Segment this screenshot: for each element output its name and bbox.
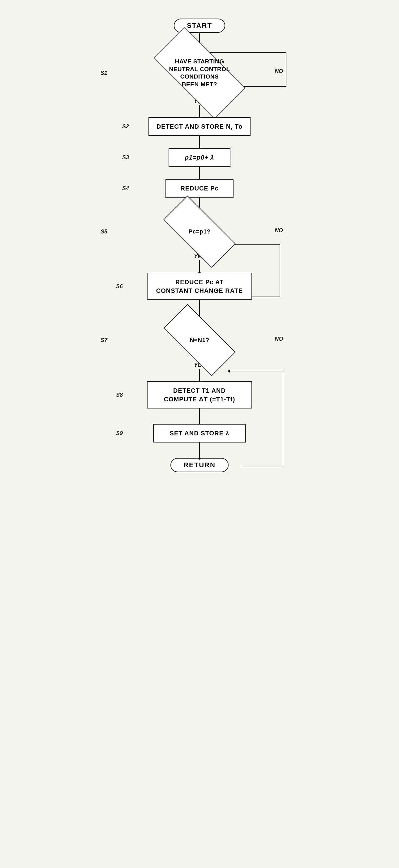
s9-rect: SET AND STORE λ: [153, 424, 246, 442]
svg-marker-11: [227, 370, 230, 373]
s4-text: REDUCE Pc: [180, 185, 218, 192]
s4-rect: REDUCE Pc: [165, 179, 234, 197]
s7-row: S7 N=N1? NO: [91, 318, 308, 362]
s3-label: S3: [122, 154, 129, 161]
s9-text: SET AND STORE λ: [170, 430, 229, 437]
arrow-s8-s9: [199, 408, 200, 424]
s8-row: S8 DETECT T1 ANDCOMPUTE ΔT (=T1-Tt): [91, 381, 308, 408]
s3-rect: p1=p0+ λ: [168, 148, 231, 167]
s5-label: S5: [100, 228, 107, 235]
s3-text: p1=p0+ λ: [185, 154, 214, 161]
s4-label: S4: [122, 185, 129, 192]
s6-row: S6 REDUCE Pc ATCONSTANT CHANGE RATE: [91, 273, 308, 300]
flowchart: START S1 HAVE STARTINGNEUTRAL CONTROL CO…: [91, 19, 308, 485]
s1-label: S1: [100, 70, 107, 76]
arrow-s5-s6: [199, 260, 200, 273]
s8-text: DETECT T1 ANDCOMPUTE ΔT (=T1-Tt): [164, 387, 235, 403]
s4-row: S4 REDUCE Pc: [91, 179, 308, 197]
s5-diamond-wrapper: Pc=p1?: [162, 210, 237, 253]
s2-label: S2: [122, 123, 129, 130]
arrow-s2-s3: [199, 136, 200, 148]
s6-label: S6: [116, 283, 123, 290]
s3-row: S3 p1=p0+ λ: [91, 148, 308, 167]
s8-label: S8: [116, 392, 123, 398]
s1-no-label: NO: [275, 68, 283, 74]
arrow-s3-s4: [199, 167, 200, 179]
s6-text: REDUCE Pc ATCONSTANT CHANGE RATE: [156, 279, 243, 294]
s7-diamond-wrapper: N=N1?: [162, 318, 237, 362]
s5-no-label: NO: [275, 227, 283, 234]
s9-label: S9: [116, 430, 123, 437]
arrow-s7-s8: [199, 369, 200, 381]
s1-diamond-wrapper: HAVE STARTINGNEUTRAL CONTROL CONDITIONSB…: [153, 48, 246, 98]
s2-row: S2 DETECT AND STORE N, To: [91, 117, 308, 136]
arrow-s1-s2: [199, 105, 200, 117]
s2-text: DETECT AND STORE N, To: [156, 123, 243, 130]
arrow-s9-return: [199, 442, 200, 458]
s5-row: S5 Pc=p1? NO: [91, 210, 308, 253]
s7-label: S7: [100, 337, 107, 344]
s6-rect: REDUCE Pc ATCONSTANT CHANGE RATE: [147, 273, 252, 300]
s2-rect: DETECT AND STORE N, To: [149, 117, 250, 136]
s7-no-label: NO: [275, 336, 283, 342]
s1-row: S1 HAVE STARTINGNEUTRAL CONTROL CONDITIO…: [91, 48, 308, 98]
s9-row: S9 SET AND STORE λ: [91, 424, 308, 442]
s8-rect: DETECT T1 ANDCOMPUTE ΔT (=T1-Tt): [147, 381, 252, 408]
